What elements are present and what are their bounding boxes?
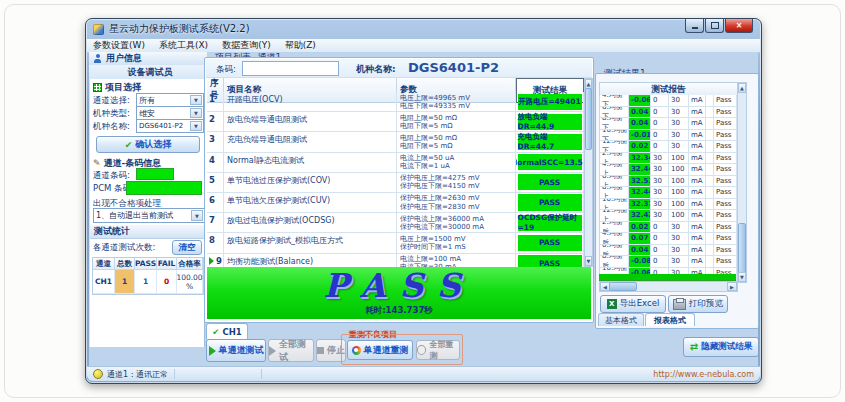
print-preview-button[interactable]: 打印预览 xyxy=(668,295,728,313)
machine-type-dropdown[interactable]: 维安 ▼ xyxy=(136,106,204,120)
tab-format-1[interactable]: 报表格式 xyxy=(645,313,695,326)
report-result: Pass xyxy=(714,176,737,187)
stats-row[interactable]: CH1 1 1 0 100.00 % xyxy=(93,270,203,294)
chevron-down-icon[interactable]: ▼ xyxy=(191,210,203,221)
window-title: 星云动力保护板测试系统(V2.2) xyxy=(109,22,250,36)
report-row[interactable]: 4.均衡下-0.06030mAPass xyxy=(600,95,737,107)
item-table-scrollbar[interactable]: ▲ ▼ xyxy=(584,78,593,267)
report-unit: mA xyxy=(689,233,706,244)
sync-arrows-icon: ⇄ xyxy=(690,342,698,352)
report-blank xyxy=(706,107,714,118)
all-retest-button[interactable]: 全部重测 xyxy=(416,340,460,360)
export-excel-button[interactable]: X 导出Excel xyxy=(600,295,666,313)
item-result: PASS xyxy=(516,233,584,252)
report-item-name: 4.均衡下 xyxy=(600,95,629,106)
report-row[interactable]: 4.均衡上32.4430100mAPass xyxy=(600,164,737,176)
scroll-down-icon[interactable]: ▼ xyxy=(738,272,746,282)
maximize-button[interactable] xyxy=(705,19,724,33)
test-item-row[interactable]: 1开路电压(OCV)电压上限=49965 mV电压下限=49335 mV开路电压… xyxy=(207,92,584,112)
report-item-name: 6.均衡上 xyxy=(600,176,629,187)
main-barcode-input[interactable] xyxy=(242,61,339,76)
scroll-up-icon[interactable]: ▲ xyxy=(738,83,746,93)
tab-format-0[interactable]: 基本格式 xyxy=(598,313,644,326)
test-item-row[interactable]: 3充电负端导通电阻测试电阻上限=50 mΩ电阻下限=5 mΩ充电负端DR=44.… xyxy=(207,132,584,152)
report-row[interactable]: 6.均衡后0.04030mAPass xyxy=(600,245,737,257)
report-value: 32.34 xyxy=(629,153,651,164)
all-test-button[interactable]: 全部测试 xyxy=(268,339,314,362)
chevron-down-icon[interactable]: ▼ xyxy=(190,121,202,131)
report-row[interactable]: 10.均衡下-0.01030mAPass xyxy=(600,130,737,142)
report-value: 32.44 xyxy=(629,187,651,198)
report-row[interactable]: 6.均衡上32.5130100mAPass xyxy=(600,176,737,188)
item-result: PASS xyxy=(516,173,584,192)
report-row[interactable]: 8.均衡下0.04030mAPass xyxy=(600,118,737,130)
fail-handle-dropdown[interactable]: 1、自动退出当前测试 ▼ xyxy=(93,208,205,223)
scrollbar-thumb[interactable] xyxy=(585,88,592,150)
report-row[interactable]: 12.均衡上32.4230100mAPass xyxy=(600,210,737,222)
scrollbar-thumb[interactable] xyxy=(738,223,746,273)
menu-item[interactable]: 帮助(Z) xyxy=(285,39,316,52)
report-row[interactable]: 8.均衡上32.4430100mAPass xyxy=(600,187,737,199)
hide-results-button[interactable]: ⇄ 隐藏测试结果 xyxy=(683,337,759,357)
item-no: 3 xyxy=(207,132,224,151)
report-row[interactable]: 8.均衡后-0.08030mAPass xyxy=(600,256,737,268)
report-row[interactable]: 10.均衡上32.3730100mAPass xyxy=(600,199,737,211)
machine-name-dropdown[interactable]: DGS6401-P2 ▼ xyxy=(136,119,204,133)
sidebar: 项目选择 通道选择: 所有 ▼ 机种类型: 维安 ▼ 机种名称: DGS6401… xyxy=(89,79,205,347)
tab-ch1[interactable]: ✔ CH1 xyxy=(206,323,248,339)
test-item-row[interactable]: 8放电短路保护测试_模拟电压方式电压上限=1500 mV保护时间下限=1 mSP… xyxy=(207,233,584,253)
scroll-down-icon[interactable]: ▼ xyxy=(585,256,592,266)
report-value: 0.04 xyxy=(629,245,651,256)
single-channel-test-button[interactable]: 单通道测试 xyxy=(206,339,266,362)
test-item-row[interactable]: 7放电过电流保护测试(OCDSG)保护电流上限=36000 mA保护电流下限=3… xyxy=(207,213,584,233)
chevron-down-icon[interactable]: ▼ xyxy=(190,108,202,118)
report-item-name: 12.均衡上 xyxy=(600,210,629,221)
title-bar[interactable]: 星云动力保护板测试系统(V2.2) × xyxy=(86,19,761,39)
report-blank xyxy=(706,153,714,164)
status-text: 通道1：通讯正常 xyxy=(107,369,168,380)
report-row[interactable]: 12.均衡下0.02030mAPass xyxy=(600,141,737,153)
report-hscrollbar[interactable]: ◀ ▶ xyxy=(599,281,738,292)
report-min: 30 xyxy=(651,164,669,175)
report-unit: mA xyxy=(689,118,706,129)
menu-bar: 参数设置(W)系统工具(X)数据查询(Y)帮助(Z) xyxy=(87,39,760,53)
report-unit: mA xyxy=(689,256,706,267)
chevron-down-icon[interactable]: ▼ xyxy=(190,95,202,105)
check-icon: ✔ xyxy=(125,140,133,150)
confirm-select-button[interactable]: ✔ 确认选择 xyxy=(96,136,200,153)
report-blank xyxy=(706,95,714,106)
status-dot-icon xyxy=(93,369,103,379)
close-button[interactable]: × xyxy=(725,19,753,33)
test-item-row[interactable]: 5单节电池过压保护测试(COV)保护电压上限=4275 mV保护电压下限=415… xyxy=(207,173,584,193)
scrollbar-thumb[interactable] xyxy=(609,282,637,291)
pcm-barcode-field[interactable] xyxy=(126,181,202,195)
report-max: 30 xyxy=(669,222,689,233)
item-no: 8 xyxy=(207,233,224,252)
test-item-row[interactable]: 4Normal静态电流测试电流上限=50 uA电流下限=1 uANormalSC… xyxy=(207,153,584,173)
report-vscrollbar[interactable]: ▲ ▼ xyxy=(737,82,747,283)
report-row[interactable]: 2.均衡上32.3430100mAPass xyxy=(600,153,737,165)
item-no: 6 xyxy=(207,193,224,212)
stats-total: 1 xyxy=(115,270,135,294)
report-row[interactable]: 4.均衡后0.07030mAPass xyxy=(600,233,737,245)
report-result: Pass xyxy=(714,245,737,256)
minimize-button[interactable] xyxy=(685,19,704,33)
machine-name-label: 机种名称: xyxy=(93,121,130,133)
channel-barcode-field[interactable] xyxy=(136,168,174,180)
report-unit: mA xyxy=(689,199,706,210)
scroll-right-icon[interactable]: ▶ xyxy=(727,282,737,291)
single-channel-retest-button[interactable]: 单通道重测 xyxy=(347,340,413,360)
item-result: NormalSCC=13.51 xyxy=(516,153,584,172)
menu-item[interactable]: 参数设置(W) xyxy=(93,39,145,52)
stats-header: 合格率 xyxy=(177,258,203,270)
test-item-row[interactable]: 2放电负端导通电阻测试电阻上限=50 mΩ电阻下限=5 mΩ放电负端DR=44.… xyxy=(207,112,584,132)
channel-select-dropdown[interactable]: 所有 ▼ xyxy=(136,93,204,107)
report-row[interactable]: 6.均衡下0.04030mAPass xyxy=(600,107,737,119)
test-item-row[interactable]: 6单节电池欠压保护测试(CUV)保护电压上限=2630 mV保护电压下限=283… xyxy=(207,193,584,213)
model-info-strip: 条码: 机种名称: DGS6401-P2 xyxy=(206,59,592,78)
report-row[interactable]: 2.均衡后0.02030mAPass xyxy=(600,222,737,234)
menu-item[interactable]: 系统工具(X) xyxy=(159,39,208,52)
report-max: 100 xyxy=(669,176,689,187)
menu-item[interactable]: 数据查询(Y) xyxy=(222,39,271,52)
clear-button[interactable]: 清空 xyxy=(172,240,202,255)
